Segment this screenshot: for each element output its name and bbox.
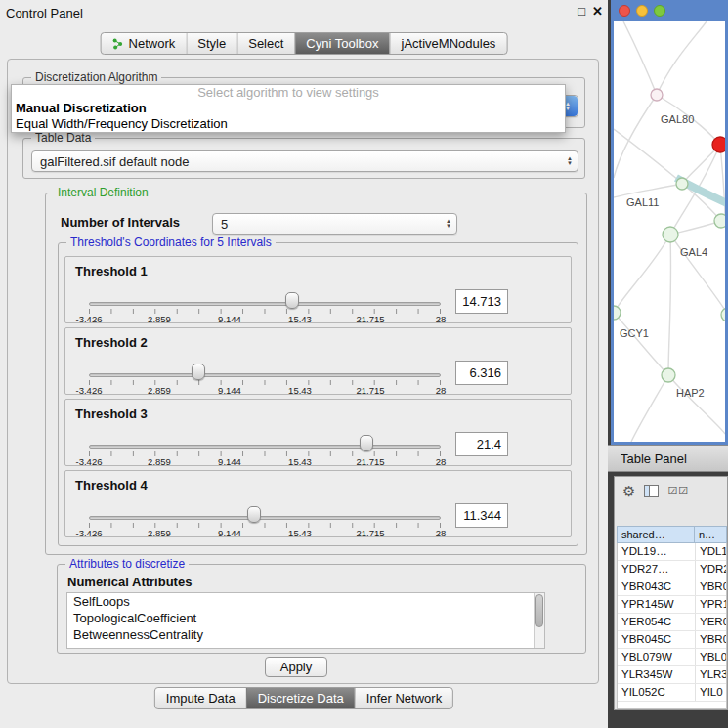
- table-row[interactable]: YBR045CYBR0: [618, 631, 726, 649]
- slider-track[interactable]: [89, 516, 441, 520]
- float-window-icon[interactable]: □: [578, 4, 585, 19]
- network-canvas[interactable]: GAL80 GAL11 GAL4 GCY1 HAP2: [614, 21, 725, 442]
- slider-handle[interactable]: [360, 435, 373, 451]
- table-cell: YBR045C: [618, 631, 696, 648]
- scale-label: 28: [436, 385, 447, 396]
- network-graph[interactable]: GAL80 GAL11 GAL4 GCY1 HAP2: [614, 21, 725, 442]
- attribute-item[interactable]: SelfLoops: [67, 593, 544, 610]
- network-node[interactable]: [651, 89, 663, 101]
- tab-jactivemnodules[interactable]: jActiveMNodules: [390, 33, 507, 54]
- threshold-value-field[interactable]: 21.4: [455, 432, 508, 456]
- attributes-listbox: SelfLoopsTopologicalCoefficientBetweenne…: [66, 592, 545, 649]
- minimize-traffic-icon[interactable]: [636, 5, 648, 17]
- network-node[interactable]: [663, 227, 678, 242]
- close-icon[interactable]: ✕: [592, 4, 603, 19]
- table-cell: YER054C: [618, 614, 696, 630]
- tab-style[interactable]: Style: [186, 33, 236, 54]
- column-header[interactable]: shared…: [617, 526, 695, 543]
- table-cell: YPR145W: [618, 596, 696, 613]
- scale-label: 28: [436, 456, 447, 467]
- network-node[interactable]: [676, 178, 688, 190]
- tab-impute-data[interactable]: Impute Data: [155, 688, 246, 708]
- combobox-value: galFiltered.sif default node: [40, 154, 189, 169]
- slider-track[interactable]: [89, 302, 441, 306]
- algorithm-dropdown-popup: Select algorithm to view settings Manual…: [11, 84, 566, 133]
- table-cell: YIL052C: [618, 684, 696, 701]
- slider-track[interactable]: [89, 373, 441, 377]
- slider-handle[interactable]: [247, 506, 261, 523]
- threshold-value-field[interactable]: 11.344: [455, 503, 508, 528]
- tab-discretize-data[interactable]: Discretize Data: [246, 688, 355, 708]
- threshold-value-field[interactable]: 14.713: [455, 289, 508, 314]
- scale-label: 9.144: [218, 456, 241, 467]
- table-columns-icon[interactable]: [644, 485, 659, 497]
- table-row[interactable]: YER054CYER0: [618, 614, 726, 631]
- threshold-slider[interactable]: -3.4262.8599.14415.4321.71528: [89, 400, 441, 465]
- bottom-tab-bar: Impute DataDiscretize DataInfer Network: [154, 687, 453, 709]
- scrollbar-thumb[interactable]: [535, 594, 543, 627]
- zoom-traffic-icon[interactable]: [654, 5, 665, 17]
- table-row[interactable]: YIL052CYIL0: [618, 684, 726, 702]
- tab-infer-network[interactable]: Infer Network: [355, 688, 452, 708]
- node-label: GAL4: [680, 246, 707, 258]
- screen: Control Panel □ ✕ NetworkStyleSelectCyni…: [0, 0, 728, 728]
- table-row[interactable]: YBR043CYBR0: [618, 578, 726, 596]
- slider-scale: -3.4262.8599.14415.4321.71528: [89, 528, 441, 538]
- window-controls: □ ✕: [578, 4, 603, 19]
- algorithm-option[interactable]: Equal Width/Frequency Discretization: [12, 116, 565, 132]
- interval-definition-group: Interval Definition Number of Intervals …: [45, 193, 587, 555]
- apply-button[interactable]: Apply: [265, 657, 327, 677]
- close-traffic-icon[interactable]: [619, 5, 630, 17]
- algorithm-option[interactable]: Manual Discretization: [12, 101, 565, 116]
- scale-label: 15.43: [288, 314, 312, 324]
- table-data-combobox[interactable]: galFiltered.sif default node ▲▼: [31, 150, 578, 172]
- threshold-panel: Threshold 3 -3.4262.8599.14415.4321.7152…: [64, 399, 572, 466]
- gear-icon[interactable]: ⚙: [622, 484, 635, 498]
- scale-label: 2.859: [148, 528, 171, 538]
- scale-label: -3.426: [76, 528, 103, 538]
- threshold-slider[interactable]: -3.4262.8599.14415.4321.71528: [89, 257, 441, 322]
- number-of-intervals-combobox[interactable]: 5 ▲▼: [212, 213, 457, 235]
- table-row[interactable]: YPR145WYPR1: [618, 596, 726, 614]
- tab-label: Select: [248, 36, 283, 51]
- tab-label: Style: [197, 36, 226, 51]
- threshold-value-field[interactable]: 6.316: [455, 361, 508, 385]
- tab-network[interactable]: Network: [102, 33, 187, 54]
- table-row[interactable]: YBL079WYBL0: [618, 649, 726, 666]
- thresholds-group: Threshold's Coordinates for 5 Intervals …: [58, 242, 578, 546]
- group-title: Threshold's Coordinates for 5 Intervals: [66, 236, 276, 249]
- table-body: YDL19…YDL1YDR27…YDR2YBR043CYBR0YPR145WYP…: [617, 543, 727, 709]
- slider-track[interactable]: [89, 445, 441, 449]
- table-row[interactable]: YDL19…YDL1: [618, 543, 726, 561]
- network-node-selected[interactable]: [712, 137, 725, 152]
- network-node[interactable]: [662, 368, 675, 382]
- group-title: Interval Definition: [54, 186, 152, 199]
- network-node[interactable]: [614, 306, 621, 320]
- threshold-panel: Threshold 4 -3.4262.8599.14415.4321.7152…: [64, 470, 572, 537]
- select-columns-icon[interactable]: ☑☑: [667, 486, 689, 496]
- scale-label: 21.715: [356, 528, 384, 538]
- network-node[interactable]: [714, 214, 725, 228]
- table-cell: YDR27…: [618, 561, 696, 578]
- threshold-slider[interactable]: -3.4262.8599.14415.4321.71528: [89, 471, 441, 536]
- window-title: Control Panel: [6, 6, 83, 21]
- attribute-item[interactable]: TopologicalCoefficient: [67, 610, 544, 626]
- network-node[interactable]: [721, 308, 725, 321]
- combobox-arrows-icon[interactable]: ▲▼: [446, 219, 451, 229]
- scrollbar[interactable]: [534, 593, 544, 648]
- slider-handle[interactable]: [285, 292, 299, 309]
- threshold-slider[interactable]: -3.4262.8599.14415.4321.71528: [89, 328, 441, 394]
- table-row[interactable]: YLR345WYLR3: [618, 666, 726, 684]
- tab-select[interactable]: Select: [236, 33, 294, 54]
- scale-label: 28: [436, 314, 447, 324]
- table-toolbar: ⚙ ☑☑: [615, 477, 727, 504]
- table-row[interactable]: YDR27…YDR2: [618, 561, 726, 578]
- slider-handle[interactable]: [192, 364, 205, 380]
- column-header[interactable]: n…: [695, 526, 727, 543]
- attribute-item[interactable]: BetweennessCentrality: [67, 626, 544, 643]
- combobox-arrows-icon[interactable]: ▲▼: [567, 156, 573, 166]
- group-title: Discretization Algorithm: [31, 70, 161, 84]
- table-panel-window: ⚙ ☑☑ shared…n… YDL19…YDL1YDR27…YDR2YBR04…: [614, 476, 728, 710]
- tab-cyni-toolbox[interactable]: Cyni Toolbox: [294, 33, 389, 54]
- table-cell: YBL079W: [618, 649, 696, 665]
